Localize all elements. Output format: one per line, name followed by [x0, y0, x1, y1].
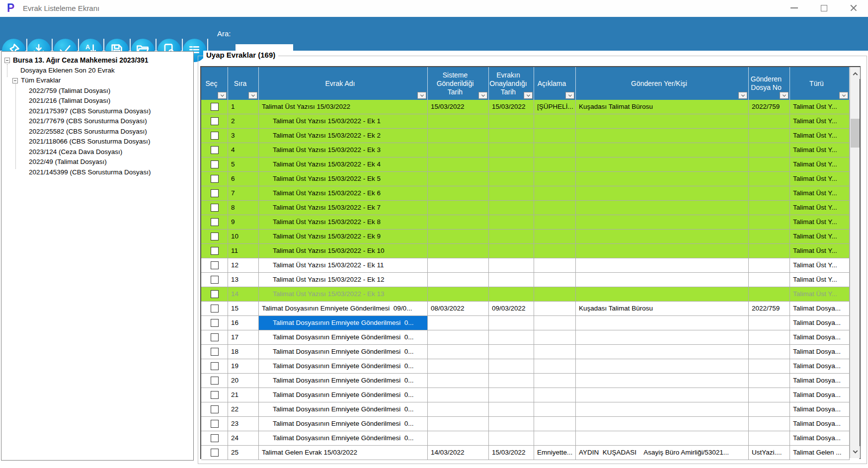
cell-evrak[interactable]: Talimat Üst Yazısı 15/03/2022	[259, 100, 428, 114]
column-filter-button[interactable]	[738, 92, 747, 99]
row-checkbox[interactable]	[211, 449, 219, 457]
cell-evrak[interactable]: Talimat Üst Yazısı 15/03/2022 - Ek 9	[259, 230, 428, 244]
header-cell[interactable]: Gönderen Dosya No	[749, 67, 790, 100]
column-filter-button[interactable]	[218, 92, 227, 99]
header-cell[interactable]: Evrak Adı	[259, 67, 428, 100]
table-row[interactable]: 17Talimat Dosyasının Emniyete Gönderilme…	[201, 330, 860, 345]
minimize-button[interactable]	[783, 0, 805, 16]
header-cell[interactable]: Türü	[790, 67, 850, 100]
row-checkbox[interactable]	[211, 175, 219, 183]
cell-evrak[interactable]: Talimat Üst Yazısı 15/03/2022 - Ek 1	[259, 114, 428, 129]
column-filter-button[interactable]	[565, 92, 574, 99]
tree-item[interactable]: Tüm Evraklar	[1, 76, 193, 86]
cell-evrak[interactable]: Talimat Üst Yazısı 15/03/2022 - Ek 5	[259, 172, 428, 186]
row-checkbox[interactable]	[211, 319, 219, 327]
tree-item[interactable]: Dosyaya Eklenen Son 20 Evrak	[1, 66, 193, 76]
table-row[interactable]: 12Talimat Üst Yazısı 15/03/2022 - Ek 11T…	[201, 258, 860, 273]
row-checkbox[interactable]	[211, 247, 219, 255]
tree-item[interactable]: 2022/759 (Talimat Dosyası)	[1, 86, 193, 96]
cell-evrak[interactable]: Talimat Üst Yazısı 15/03/2022 - Ek 7	[259, 201, 428, 215]
row-checkbox[interactable]	[211, 362, 219, 370]
cell-evrak[interactable]: Talimat Dosyasının Emniyete Gönderilmesi…	[259, 316, 428, 330]
table-row[interactable]: 7Talimat Üst Yazısı 15/03/2022 - Ek 6Tal…	[201, 186, 860, 201]
cell-evrak[interactable]: Talimat Dosyasının Emniyete Gönderilmesi…	[259, 302, 428, 316]
cell-evrak[interactable]: Talimat Üst Yazısı 15/03/2022 - Ek 6	[259, 186, 428, 201]
cell-evrak[interactable]: Talimat Üst Yazısı 15/03/2022 - Ek 11	[259, 258, 428, 273]
tree-item[interactable]: 2022/49 (Talimat Dosyası)	[1, 157, 193, 167]
header-cell[interactable]: Açıklama	[534, 67, 576, 100]
table-row[interactable]: 5Talimat Üst Yazısı 15/03/2022 - Ek 4Tal…	[201, 157, 860, 172]
cell-evrak[interactable]: Talimat Dosyasının Emniyete Gönderilmesi…	[259, 402, 428, 417]
table-row[interactable]: 18Talimat Dosyasının Emniyete Gönderilme…	[201, 345, 860, 359]
row-checkbox[interactable]	[211, 333, 219, 341]
tree-expander-minus-icon[interactable]	[4, 58, 10, 63]
header-cell[interactable]: Gönderen Yer/Kişi	[576, 67, 749, 100]
cell-evrak[interactable]: Talimat Dosyasının Emniyete Gönderilmesi…	[259, 417, 428, 431]
table-row[interactable]: 20Talimat Dosyasının Emniyete Gönderilme…	[201, 374, 860, 388]
cell-evrak[interactable]: Talimat Dosyasının Emniyete Gönderilmesi…	[259, 330, 428, 345]
cell-evrak[interactable]: Talimat Üst Yazısı 15/03/2022 - Ek 2	[259, 129, 428, 143]
tree-item[interactable]: 2021/175397 (CBS Sorusturma Dosyası)	[1, 106, 193, 117]
cell-evrak[interactable]: Talimat Üst Yazısı 15/03/2022 - Ek 4	[259, 157, 428, 172]
row-checkbox[interactable]	[211, 290, 219, 298]
cell-evrak[interactable]: Talimat Gelen Evrak 15/03/2022	[259, 446, 428, 460]
header-cell[interactable]: Sıra	[228, 67, 259, 100]
column-filter-button[interactable]	[780, 92, 789, 99]
tree-expander-minus-icon[interactable]	[12, 78, 18, 83]
row-checkbox[interactable]	[211, 233, 219, 240]
table-row[interactable]: 3Talimat Üst Yazısı 15/03/2022 - Ek 2Tal…	[201, 129, 860, 143]
row-checkbox[interactable]	[211, 160, 219, 168]
table-row[interactable]: 8Talimat Üst Yazısı 15/03/2022 - Ek 7Tal…	[201, 201, 860, 215]
row-checkbox[interactable]	[211, 132, 219, 140]
table-row[interactable]: 1Talimat Üst Yazısı 15/03/202215/03/2022…	[201, 100, 860, 114]
table-row[interactable]: 4Talimat Üst Yazısı 15/03/2022 - Ek 3Tal…	[201, 143, 860, 157]
row-checkbox[interactable]	[211, 146, 219, 154]
cell-evrak[interactable]: Talimat Dosyasının Emniyete Gönderilmesi…	[259, 374, 428, 388]
tree-item[interactable]: 2021/118066 (CBS Sorusturma Dosyası)	[1, 137, 193, 147]
scroll-up-button[interactable]	[850, 67, 860, 79]
column-filter-button[interactable]	[417, 92, 426, 99]
close-button[interactable]	[843, 0, 865, 16]
scroll-thumb[interactable]	[851, 119, 860, 148]
table-row[interactable]: 16Talimat Dosyasının Emniyete Gönderilme…	[201, 316, 860, 330]
row-checkbox[interactable]	[211, 391, 219, 399]
maximize-button[interactable]	[813, 0, 835, 16]
row-checkbox[interactable]	[211, 405, 219, 413]
table-row[interactable]: 19Talimat Dosyasının Emniyete Gönderilme…	[201, 359, 860, 374]
header-cell[interactable]: Sisteme Gönderildiği Tarih	[428, 67, 489, 100]
table-row[interactable]: 13Talimat Üst Yazısı 15/03/2022 - Ek 12T…	[201, 273, 860, 287]
cell-evrak[interactable]: Talimat Dosyasının Emniyete Gönderilmesi…	[259, 431, 428, 446]
table-row[interactable]: 22Talimat Dosyasının Emniyete Gönderilme…	[201, 402, 860, 417]
row-checkbox[interactable]	[211, 189, 219, 197]
column-filter-button[interactable]	[478, 92, 487, 99]
row-checkbox[interactable]	[211, 377, 219, 385]
table-row[interactable]: 24Talimat Dosyasının Emniyete Gönderilme…	[201, 431, 860, 446]
tree-item[interactable]: Bursa 13. Ağır Ceza Mahkemesi 2023/391	[1, 55, 193, 66]
row-checkbox[interactable]	[211, 204, 219, 212]
row-checkbox[interactable]	[211, 103, 219, 111]
tree-item[interactable]: 2021/145399 (CBS Sorusturma Dosyası)	[1, 167, 193, 178]
table-row[interactable]: 14Talimat Üst Yazısı 15/03/2022 - Ek 13T…	[201, 287, 860, 302]
table-row[interactable]: 15Talimat Dosyasının Emniyete Gönderilme…	[201, 302, 860, 316]
cell-evrak[interactable]: Talimat Üst Yazısı 15/03/2022 - Ek 8	[259, 215, 428, 230]
table-row[interactable]: 10Talimat Üst Yazısı 15/03/2022 - Ek 9Ta…	[201, 230, 860, 244]
column-filter-button[interactable]	[248, 92, 257, 99]
row-checkbox[interactable]	[211, 420, 219, 428]
row-checkbox[interactable]	[211, 348, 219, 356]
column-filter-button[interactable]	[524, 92, 533, 99]
tree-item[interactable]: 2022/25582 (CBS Sorusturma Dosyası)	[1, 127, 193, 137]
cell-evrak[interactable]: Talimat Üst Yazısı 15/03/2022 - Ek 10	[259, 244, 428, 258]
vertical-scrollbar[interactable]	[850, 67, 860, 458]
cell-evrak[interactable]: Talimat Dosyasının Emniyete Gönderilmesi…	[259, 359, 428, 374]
row-checkbox[interactable]	[211, 434, 219, 442]
row-checkbox[interactable]	[211, 117, 219, 125]
table-row[interactable]: 11Talimat Üst Yazısı 15/03/2022 - Ek 10T…	[201, 244, 860, 258]
column-filter-button[interactable]	[839, 92, 848, 99]
cell-evrak[interactable]: Talimat Üst Yazısı 15/03/2022 - Ek 3	[259, 143, 428, 157]
table-row[interactable]: 9Talimat Üst Yazısı 15/03/2022 - Ek 8Tal…	[201, 215, 860, 230]
table-row[interactable]: 6Talimat Üst Yazısı 15/03/2022 - Ek 5Tal…	[201, 172, 860, 186]
row-checkbox[interactable]	[211, 276, 219, 284]
cell-evrak[interactable]: Talimat Dosyasının Emniyete Gönderilmesi…	[259, 388, 428, 402]
table-row[interactable]: 23Talimat Dosyasının Emniyete Gönderilme…	[201, 417, 860, 431]
table-row[interactable]: 2Talimat Üst Yazısı 15/03/2022 - Ek 1Tal…	[201, 114, 860, 129]
